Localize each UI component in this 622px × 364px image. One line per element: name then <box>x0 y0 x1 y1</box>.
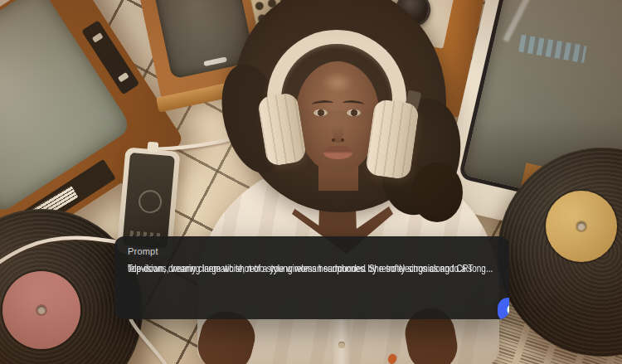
music-player-screen <box>122 153 175 249</box>
hair-curl-right-lower <box>411 163 463 222</box>
screenshot-root: Prompt Top-down, dreamy cinematic shot o… <box>0 0 622 364</box>
nose <box>333 114 343 143</box>
crt-static-band <box>518 34 586 63</box>
prompt-label: Prompt <box>128 246 158 256</box>
vinyl-right-label <box>546 191 617 262</box>
lips <box>323 146 352 159</box>
prompt-text-line-2: televisions, wearing large white, retro-… <box>128 261 493 277</box>
vinyl-right-spindle-hole <box>577 222 586 231</box>
vinyl-left-spindle-hole <box>37 306 46 314</box>
shirt-placket <box>333 317 350 364</box>
prompt-panel: Prompt Top-down, dreamy cinematic shot o… <box>114 236 509 319</box>
vinyl-left-label <box>2 271 80 349</box>
